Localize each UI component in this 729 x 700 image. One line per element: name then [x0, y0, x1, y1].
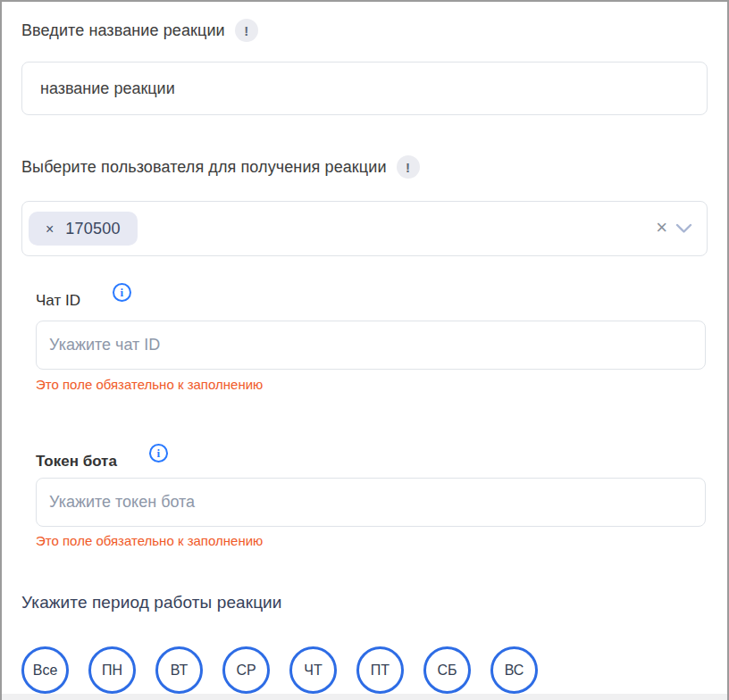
bot-token-error: Это поле обязательно к заполнению: [36, 534, 706, 548]
chat-id-error: Это поле обязательно к заполнению: [36, 378, 706, 392]
chat-id-label: Чат ID: [36, 290, 80, 312]
required-warning-icon[interactable]: !: [235, 19, 258, 42]
day-button-thu[interactable]: ЧТ: [289, 646, 337, 694]
reaction-form-panel: Введите название реакции ! Выберите поль…: [0, 0, 729, 700]
chevron-down-icon[interactable]: [675, 223, 692, 234]
chat-id-label-row: Чат ID i: [36, 290, 706, 312]
chat-id-input[interactable]: [36, 321, 706, 370]
reaction-name-input[interactable]: [21, 62, 708, 115]
selected-user-tag: × 170500: [29, 212, 138, 246]
page-background-strip: [2, 694, 727, 700]
bot-token-section: Токен бота i Это поле обязательно к запо…: [36, 451, 706, 548]
day-button-wed[interactable]: СР: [222, 646, 270, 694]
user-field-label: Выберите пользователя для получения реак…: [21, 155, 387, 179]
bot-token-label: Токен бота: [36, 451, 117, 472]
tag-label: 170500: [65, 220, 120, 238]
period-label: Укажите период работы реакции: [21, 592, 708, 613]
chat-id-section: Чат ID i Это поле обязательно к заполнен…: [36, 290, 706, 392]
day-button-tue[interactable]: ВТ: [155, 646, 203, 694]
user-select[interactable]: × 170500 ×: [21, 201, 708, 256]
clear-selection-icon[interactable]: ×: [656, 218, 667, 238]
day-button-all[interactable]: Все: [21, 646, 69, 694]
day-button-sun[interactable]: ВС: [490, 646, 538, 694]
name-field-label: Введите название реакции: [21, 19, 225, 42]
period-section: Укажите период работы реакции Все ПН ВТ …: [21, 592, 708, 694]
day-button-fri[interactable]: ПТ: [356, 646, 404, 694]
tag-remove-icon[interactable]: ×: [46, 222, 54, 237]
user-field-label-row: Выберите пользователя для получения реак…: [21, 155, 708, 179]
name-field-section: Введите название реакции !: [21, 19, 708, 115]
day-buttons-row: Все ПН ВТ СР ЧТ ПТ СБ ВС: [21, 646, 708, 694]
bot-token-label-row: Токен бота i: [36, 451, 706, 472]
name-field-label-row: Введите название реакции !: [21, 19, 708, 42]
info-icon[interactable]: i: [149, 444, 168, 462]
day-button-mon[interactable]: ПН: [88, 646, 136, 694]
day-button-sat[interactable]: СБ: [423, 646, 471, 694]
bot-token-input[interactable]: [36, 478, 706, 527]
required-warning-icon[interactable]: !: [397, 155, 420, 179]
select-icons: ×: [656, 220, 692, 238]
user-field-section: Выберите пользователя для получения реак…: [21, 155, 708, 256]
info-icon[interactable]: i: [113, 283, 131, 302]
